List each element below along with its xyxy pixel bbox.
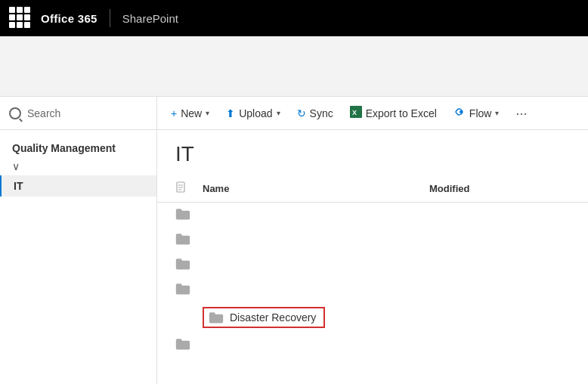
folder-icon xyxy=(175,232,190,246)
row-name-cell xyxy=(197,252,588,277)
flow-chevron-icon: ▾ xyxy=(495,109,499,117)
upload-button[interactable]: ⬆ Upload ▾ xyxy=(218,103,287,124)
it-label: IT xyxy=(14,180,23,192)
row-name-cell: Disaster Recovery xyxy=(197,302,588,333)
more-options-button[interactable]: ··· xyxy=(508,102,534,125)
new-button[interactable]: + New ▾ xyxy=(163,103,217,124)
col-name-header: Name xyxy=(197,175,423,203)
quality-management-label: Quality Management xyxy=(0,136,156,157)
app-launcher-icon[interactable] xyxy=(9,7,32,29)
flow-button[interactable]: Flow ▾ xyxy=(446,101,507,125)
sidebar-expand-toggle[interactable]: ∨ xyxy=(0,157,156,175)
row-name-cell xyxy=(197,203,588,228)
table-row[interactable] xyxy=(157,277,588,302)
row-icon-cell xyxy=(157,302,197,333)
new-label: New xyxy=(181,107,202,119)
sidebar-item-it[interactable]: IT xyxy=(0,175,156,197)
folder-icon xyxy=(175,282,190,296)
header-spacer xyxy=(0,36,588,97)
row-name-cell xyxy=(197,277,588,302)
sync-icon: ↻ xyxy=(297,107,306,119)
row-icon-cell xyxy=(157,228,197,252)
folder-icon xyxy=(175,337,190,351)
sync-label: Sync xyxy=(310,107,333,119)
flow-label: Flow xyxy=(469,107,492,119)
folder-icon xyxy=(175,207,190,221)
content-area: IT Name Modified xyxy=(157,130,588,384)
excel-icon: X xyxy=(350,106,362,120)
row-name-cell xyxy=(197,228,588,252)
upload-chevron-icon: ▾ xyxy=(277,109,280,117)
table-row[interactable] xyxy=(157,252,588,277)
file-table: Name Modified xyxy=(157,175,588,358)
table-row[interactable] xyxy=(157,203,588,228)
search-icon xyxy=(9,107,21,119)
toolbar-actions: + New ▾ ⬆ Upload ▾ ↻ Sync X Export to Ex… xyxy=(157,101,588,125)
row-icon-cell xyxy=(157,333,197,358)
col-modified-header: Modified xyxy=(423,175,574,203)
folder-icon xyxy=(209,311,224,324)
upload-label: Upload xyxy=(239,107,272,119)
file-header-icon xyxy=(175,181,187,194)
upload-icon: ⬆ xyxy=(226,107,235,119)
folder-icon xyxy=(175,257,190,271)
row-icon-cell xyxy=(157,277,197,302)
search-box[interactable]: Search xyxy=(0,97,157,130)
sync-button[interactable]: ↻ Sync xyxy=(289,103,341,124)
top-navigation-bar: Office 365 SharePoint xyxy=(0,0,588,36)
sidebar: Quality Management ∨ IT xyxy=(0,130,157,384)
topbar-divider xyxy=(110,9,110,27)
col-more-header xyxy=(574,175,588,203)
main-layout: Quality Management ∨ IT IT xyxy=(0,130,588,384)
search-label: Search xyxy=(27,107,60,119)
flow-icon xyxy=(453,106,466,120)
row-icon-cell xyxy=(157,203,197,228)
svg-text:X: X xyxy=(352,109,357,116)
plus-icon: + xyxy=(171,107,177,119)
table-row[interactable] xyxy=(157,333,588,358)
row-name-cell xyxy=(197,333,588,358)
row-icon-cell xyxy=(157,252,197,277)
export-label: Export to Excel xyxy=(366,107,437,119)
table-row[interactable] xyxy=(157,228,588,252)
col-icon xyxy=(157,175,197,203)
disaster-recovery-label: Disaster Recovery xyxy=(230,311,316,324)
svg-point-2 xyxy=(460,110,463,113)
sharepoint-label: SharePoint xyxy=(122,12,178,25)
command-bar: Search + New ▾ ⬆ Upload ▾ ↻ Sync X Expor… xyxy=(0,97,588,130)
page-title: IT xyxy=(157,130,588,175)
office-label: Office 365 xyxy=(41,12,97,25)
new-chevron-icon: ▾ xyxy=(206,109,209,117)
table-row[interactable]: Disaster Recovery xyxy=(157,302,588,333)
export-to-excel-button[interactable]: X Export to Excel xyxy=(342,101,444,125)
